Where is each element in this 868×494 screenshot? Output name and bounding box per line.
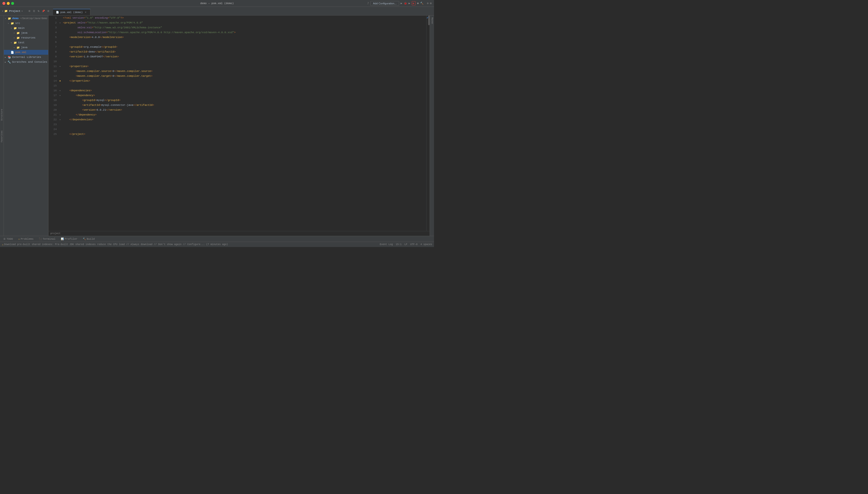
tab-pom-xml[interactable]: 📄 pom.xml (demo) ×	[53, 9, 90, 15]
scratches-icon: 🔧	[7, 60, 11, 64]
editor-area[interactable]: 1 2 3 4 5 6 7 8 9 10 11 12 13 14 15 16 1	[49, 16, 430, 231]
maven-sidebar: Maven	[430, 16, 434, 236]
coverage-button[interactable]: ▶	[409, 2, 410, 5]
stop-button[interactable]: ■	[417, 2, 419, 5]
add-configuration-button[interactable]: Add Configuration...	[370, 1, 399, 6]
structure-label[interactable]: Structure	[1, 109, 3, 121]
tree-arrow: ▾	[5, 17, 8, 20]
event-log-item[interactable]: Event Log	[380, 243, 393, 246]
sort-icon[interactable]: ⇅	[37, 10, 40, 13]
code-line-19: <artifactId>mysql-connector-java</artifa…	[63, 103, 425, 108]
bottom-tab-todo[interactable]: ☰ TODO	[1, 236, 15, 242]
maximize-button[interactable]	[11, 2, 14, 5]
warning-icon-14[interactable]: ●	[58, 78, 62, 83]
status-warnings[interactable]: ⚠ Download pre-built shared indexes: Pre…	[2, 243, 228, 246]
status-bar: ⚠ Download pre-built shared indexes: Pre…	[0, 242, 434, 247]
encoding[interactable]: UTF-8	[410, 243, 417, 246]
cursor-position[interactable]: 15:1	[396, 243, 401, 246]
editor-container: ✓ 1 2 3 4 5 6 7 8 9 10 11 12 13 14	[49, 16, 430, 236]
profiler-button[interactable]: ▶	[412, 1, 416, 5]
tree-item-scratches[interactable]: ▶ 🔧 Scratches and Consoles	[4, 60, 48, 64]
list-view-icon[interactable]: ☰	[32, 10, 36, 13]
editor-scrollbar[interactable]	[426, 16, 430, 231]
tree-label-demo: demo	[12, 17, 19, 20]
code-line-22: </dependencies>	[63, 117, 425, 122]
warning-status-icon: ⚠	[2, 243, 3, 246]
tree-item-java-test[interactable]: ▾ 📁 java	[4, 45, 48, 50]
code-line-14: </properties>	[63, 78, 425, 83]
bottom-tab-profiler[interactable]: 📊 Profiler	[58, 236, 80, 242]
build-icon-tb[interactable]: 🔨	[420, 2, 423, 5]
demo-folder-icon: 📁	[8, 17, 12, 20]
project-panel: ▾ 📁 demo ~/Desktop/Java/demo ▾ 📁 src ▾ 📁…	[4, 16, 49, 236]
tree-item-test[interactable]: ▾ 📁 test	[4, 40, 48, 45]
code-line-18: <groupId>mysql</groupId>	[63, 98, 425, 103]
close-button[interactable]	[2, 2, 5, 5]
code-content[interactable]: <?xml version="1.0" encoding="UTF-8"?> <…	[62, 16, 426, 231]
fold-arrow-21[interactable]: ▾	[58, 112, 62, 117]
fold-arrow-22[interactable]: ▾	[58, 117, 62, 122]
toolbar-left: ▾ 📁 Project ▾ ⚙ ☰ ⇅ 📌 ⚙	[2, 10, 50, 13]
tree-item-pom-xml[interactable]: 📄 pom.xml	[4, 50, 48, 55]
tree-item-demo[interactable]: ▾ 📁 demo ~/Desktop/Java/demo	[4, 16, 48, 21]
indent-setting[interactable]: 4 spaces	[420, 243, 432, 246]
tree-arrow-test: ▾	[11, 42, 14, 44]
main-folder-icon: 📁	[14, 27, 17, 30]
project-dropdown-icon[interactable]: ▾	[21, 10, 23, 13]
tree-item-resources[interactable]: ▾ 📁 resources	[4, 35, 48, 40]
bottom-tab-problems[interactable]: ⚠ Problems	[16, 236, 36, 242]
fold-arrow-11[interactable]: ▾	[58, 64, 62, 69]
gear-settings-icon[interactable]: ⚙	[46, 10, 50, 13]
tree-item-main[interactable]: ▾ 📁 main	[4, 26, 48, 31]
project-label[interactable]: Project	[9, 10, 20, 13]
code-line-15	[63, 83, 425, 88]
fold-arrow-16[interactable]: ▾	[58, 88, 62, 93]
line-numbers: 1 2 3 4 5 6 7 8 9 10 11 12 13 14 15 16 1	[49, 16, 58, 231]
tree-item-src[interactable]: ▾ 📁 src	[4, 21, 48, 26]
bottom-tab-build-label: Build	[87, 238, 95, 241]
tab-close-button[interactable]: ×	[84, 11, 87, 14]
ext-libs-icon: 📚	[8, 56, 12, 59]
bottom-tab-build[interactable]: 🔨 Build	[80, 236, 97, 242]
fold-arrow-2[interactable]: ▾	[58, 20, 62, 25]
profiler-icon: 📊	[61, 238, 64, 241]
toolbar: ▾ 📁 Project ▾ ⚙ ☰ ⇅ 📌 ⚙ 📄 pom.xml (demo)…	[0, 7, 434, 16]
minimize-button[interactable]	[7, 2, 10, 5]
code-line-24	[63, 127, 425, 132]
tree-arrow-ext-libs: ▶	[5, 56, 8, 58]
search-everywhere-icon[interactable]: ⚙	[427, 2, 429, 5]
tree-label-src: src	[15, 22, 20, 25]
favorites-label[interactable]: Favorites	[1, 131, 3, 142]
code-line-7: <groupId>org.example</groupId>	[63, 44, 425, 50]
resources-folder-icon: 📁	[17, 36, 20, 39]
tree-arrow-java-test: ▾	[14, 46, 17, 49]
editor-checkmark: ✓	[427, 16, 429, 20]
maven-label[interactable]: Maven	[430, 17, 434, 25]
status-right: Event Log 15:1 LF UTF-8 4 spaces	[380, 243, 432, 246]
tree-item-java-main[interactable]: ▾ 📁 java	[4, 31, 48, 35]
tree-label-resources: resources	[21, 36, 35, 39]
tree-label-java-test: java	[21, 46, 27, 49]
pin-icon[interactable]: 📌	[41, 10, 45, 13]
code-line-16: <dependencies>	[63, 88, 425, 93]
code-line-1: <?xml version="1.0" encoding="UTF-8"?>	[63, 16, 425, 20]
bottom-tab-terminal[interactable]: ⬛ Terminal	[36, 236, 58, 242]
todo-icon: ☰	[3, 238, 5, 241]
sync-icon[interactable]: ⚙	[27, 10, 31, 13]
run-button[interactable]: ▶	[401, 2, 402, 5]
debug-button[interactable]: 🐞	[404, 2, 407, 5]
tree-sublabel-demo: ~/Desktop/Java/demo	[20, 17, 47, 20]
project-expand-icon[interactable]: ▾	[2, 10, 3, 13]
code-line-2: <project xmlns="http://maven.apache.org/…	[63, 20, 425, 25]
vcs-icon[interactable]: ⤴	[367, 2, 369, 5]
code-line-20: <version>8.0.21</version>	[63, 108, 425, 112]
test-folder-icon: 📁	[14, 41, 17, 44]
tree-arrow-scratches: ▶	[5, 61, 7, 63]
fold-arrow-17[interactable]: ▾	[58, 93, 62, 98]
tree-label-scratches: Scratches and Consoles	[12, 60, 47, 63]
tree-item-external-libs[interactable]: ▶ 📚 External Libraries	[4, 55, 48, 60]
code-line-12: <maven.compiler.source>8</maven.compiler…	[63, 69, 425, 74]
code-line-5: <modelVersion>4.0.0</modelVersion>	[63, 35, 425, 40]
layout-icon[interactable]: ⊞	[430, 2, 432, 5]
line-ending[interactable]: LF	[404, 243, 407, 246]
